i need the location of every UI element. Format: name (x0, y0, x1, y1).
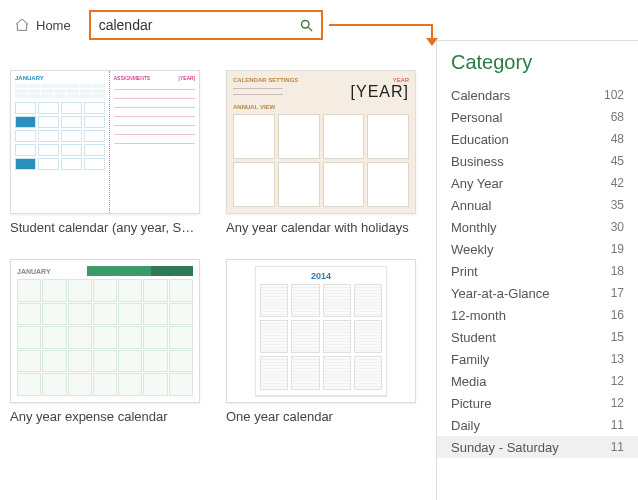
template-label: Any year expense calendar (10, 409, 200, 424)
category-item-name: Personal (451, 110, 502, 125)
category-item-count: 15 (611, 330, 624, 344)
category-item-count: 19 (611, 242, 624, 256)
search-button[interactable] (293, 12, 321, 38)
category-item[interactable]: Student15 (437, 326, 638, 348)
category-item[interactable]: Annual35 (437, 194, 638, 216)
category-item-name: 12-month (451, 308, 506, 323)
category-item-count: 35 (611, 198, 624, 212)
category-item-count: 42 (611, 176, 624, 190)
category-item[interactable]: Family13 (437, 348, 638, 370)
template-label: Any year calendar with holidays (226, 220, 416, 235)
template-label: Student calendar (any year, Sun... (10, 220, 200, 235)
category-item-name: Print (451, 264, 478, 279)
category-item-name: Family (451, 352, 489, 367)
category-item-count: 102 (604, 88, 624, 102)
home-label: Home (36, 18, 71, 33)
svg-line-1 (309, 27, 313, 31)
category-item-name: Weekly (451, 242, 493, 257)
category-item-count: 12 (611, 396, 624, 410)
category-item-name: Education (451, 132, 509, 147)
template-card[interactable]: 2014 One year calendar (226, 259, 416, 424)
category-item[interactable]: Personal68 (437, 106, 638, 128)
search-input[interactable] (91, 13, 293, 37)
category-item-name: Annual (451, 198, 491, 213)
category-item-name: Media (451, 374, 486, 389)
category-item[interactable]: Business45 (437, 150, 638, 172)
category-item[interactable]: Calendars102 (437, 84, 638, 106)
category-item-count: 11 (611, 418, 624, 432)
category-panel: Category Calendars102Personal68Education… (436, 40, 638, 500)
template-card[interactable]: JANUARY ASSIGNMENTS[YEAR] Student calend… (10, 70, 200, 235)
category-item-name: Sunday - Saturday (451, 440, 559, 455)
template-thumbnail: JANUARY (10, 259, 200, 403)
category-item[interactable]: Sunday - Saturday11 (437, 436, 638, 458)
category-item-count: 45 (611, 154, 624, 168)
category-item-name: Student (451, 330, 496, 345)
category-item-name: Daily (451, 418, 480, 433)
category-item-count: 13 (611, 352, 624, 366)
template-thumbnail: JANUARY ASSIGNMENTS[YEAR] (10, 70, 200, 214)
category-item[interactable]: Print18 (437, 260, 638, 282)
thumb-month: JANUARY (15, 75, 105, 81)
category-item[interactable]: Picture12 (437, 392, 638, 414)
category-item-count: 11 (611, 440, 624, 454)
category-item-count: 12 (611, 374, 624, 388)
category-list: Calendars102Personal68Education48Busines… (437, 82, 638, 460)
category-item[interactable]: Monthly30 (437, 216, 638, 238)
category-item-count: 68 (611, 110, 624, 124)
template-card[interactable]: CALENDAR SETTINGS YEAR [YEAR] ANNUAL VIE… (226, 70, 416, 235)
category-item-count: 30 (611, 220, 624, 234)
template-grid: JANUARY ASSIGNMENTS[YEAR] Student calend… (10, 46, 430, 424)
template-label: One year calendar (226, 409, 416, 424)
search-icon (299, 18, 314, 33)
category-item[interactable]: Any Year42 (437, 172, 638, 194)
category-item[interactable]: Education48 (437, 128, 638, 150)
template-thumbnail: CALENDAR SETTINGS YEAR [YEAR] ANNUAL VIE… (226, 70, 416, 214)
category-item-count: 18 (611, 264, 624, 278)
svg-point-0 (302, 20, 310, 28)
category-item[interactable]: Media12 (437, 370, 638, 392)
category-item-name: Monthly (451, 220, 497, 235)
category-item-count: 16 (611, 308, 624, 322)
category-item-name: Picture (451, 396, 491, 411)
category-item-count: 48 (611, 132, 624, 146)
search-box (89, 10, 323, 40)
category-item-count: 17 (611, 286, 624, 300)
category-item[interactable]: Daily11 (437, 414, 638, 436)
category-title: Category (437, 41, 638, 82)
category-item-name: Business (451, 154, 504, 169)
template-card[interactable]: JANUARY Any year expense calendar (10, 259, 200, 424)
annotation-arrow (329, 24, 433, 26)
home-link[interactable]: Home (14, 17, 71, 33)
category-item-name: Calendars (451, 88, 510, 103)
category-item-name: Year-at-a-Glance (451, 286, 550, 301)
category-item-name: Any Year (451, 176, 503, 191)
category-item[interactable]: Year-at-a-Glance17 (437, 282, 638, 304)
template-thumbnail: 2014 (226, 259, 416, 403)
category-item[interactable]: Weekly19 (437, 238, 638, 260)
category-item[interactable]: 12-month16 (437, 304, 638, 326)
home-icon (14, 17, 30, 33)
